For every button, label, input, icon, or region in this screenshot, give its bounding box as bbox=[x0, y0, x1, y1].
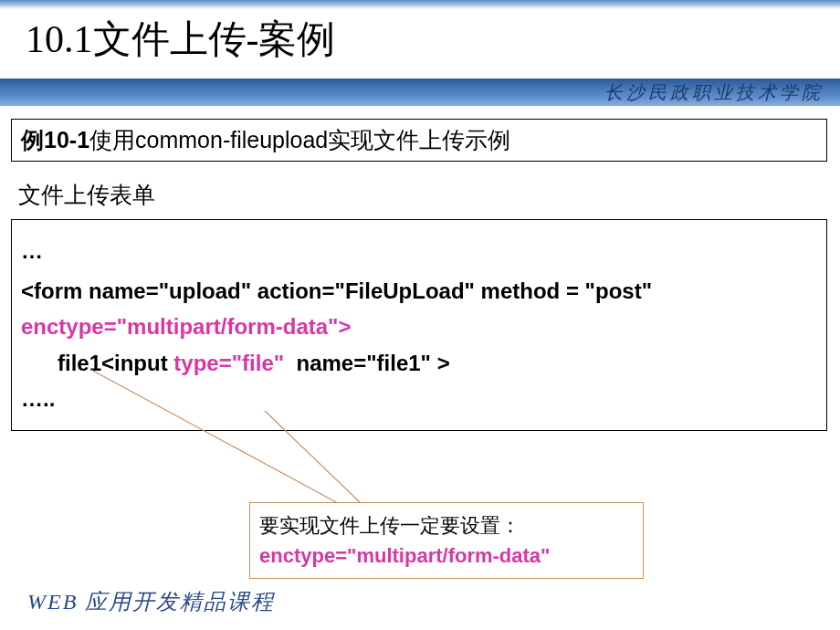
code-enctype: enctype="multipart/form-data"> bbox=[21, 309, 817, 345]
code-input-line: file1<input type="file" name="file1" > bbox=[21, 345, 817, 382]
example-title-box: 例10-1使用common-fileupload实现文件上传示例 bbox=[11, 119, 827, 162]
code-file-prefix: file1<input bbox=[58, 351, 168, 375]
annotation-box: 要实现文件上传一定要设置： enctype="multipart/form-da… bbox=[249, 502, 644, 579]
code-file-type: type="file" bbox=[173, 351, 284, 375]
code-form-open: <form name="upload" action="FileUpLoad" … bbox=[21, 273, 817, 310]
example-number: 例10-1 bbox=[21, 127, 89, 152]
code-box: … <form name="upload" action="FileUpLoad… bbox=[11, 219, 827, 431]
code-ellipsis-top: … bbox=[21, 233, 817, 269]
code-file-suffix: name="file1" > bbox=[297, 351, 450, 375]
institution-name: 长沙民政职业技术学院 bbox=[604, 80, 824, 105]
section-label: 文件上传表单 bbox=[18, 180, 155, 210]
code-ellipsis-bottom: ….. bbox=[21, 381, 817, 417]
example-description: 使用common-fileupload实现文件上传示例 bbox=[89, 127, 510, 152]
slide-title: 10.1文件上传-案例 bbox=[26, 14, 336, 65]
annotation-text: 要实现文件上传一定要设置： bbox=[259, 510, 634, 541]
footer-text: WEB 应用开发精品课程 bbox=[27, 587, 275, 616]
title-area: 10.1文件上传-案例 bbox=[0, 7, 840, 79]
annotation-code: enctype="multipart/form-data" bbox=[259, 541, 634, 571]
